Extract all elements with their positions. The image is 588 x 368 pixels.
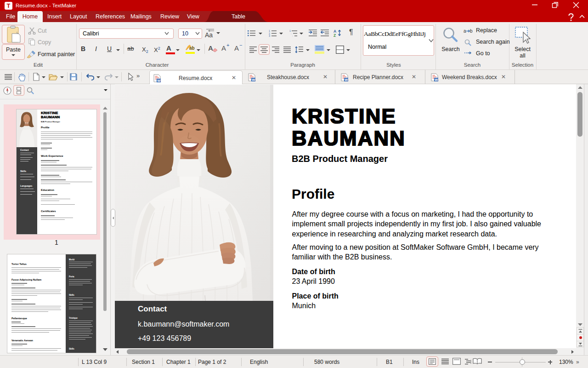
svg-text::: :: [292, 34, 293, 37]
svg-text:b: b: [470, 29, 473, 34]
svg-text:a: a: [464, 29, 466, 34]
svg-text:W: W: [435, 78, 438, 81]
svg-text:Aa: Aa: [205, 31, 213, 38]
svg-text:W: W: [345, 78, 348, 81]
svg-text:W: W: [157, 79, 161, 82]
svg-text::: :: [291, 32, 292, 35]
svg-text:Z: Z: [334, 33, 336, 37]
svg-text:ab: ab: [189, 46, 195, 51]
svg-text:3: 3: [269, 34, 270, 37]
svg-text:W: W: [252, 78, 255, 81]
